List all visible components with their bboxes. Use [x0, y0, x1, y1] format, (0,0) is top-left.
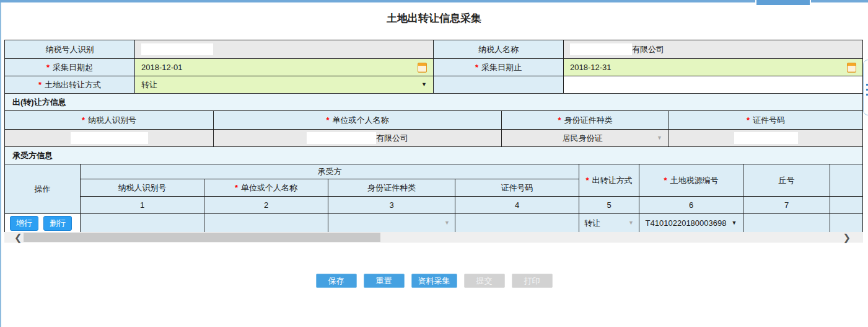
reset-button[interactable]: 重置 — [364, 274, 405, 288]
transferor-header-id: *纳税人识别号 — [5, 111, 214, 130]
row-mode-select: 转让 ▼ — [579, 214, 639, 233]
col-number: 7 — [743, 197, 830, 214]
chevron-down-icon: ▼ — [628, 220, 634, 226]
transferee-header-grid: 操作 承受方 *出转让方式 *土地税源编号 丘号 纳税人识别号 *单位或个人名称… — [5, 164, 863, 214]
op-column-header: 操作 — [5, 164, 81, 214]
date-end-label: * 采集日期止 — [434, 59, 564, 76]
redacted-transferor-idno — [734, 132, 798, 144]
transferee-data-row: 增行 删行 ▼ 转让 ▼ T41010220180003698 ▼ — [5, 214, 863, 233]
add-row-button[interactable]: 增行 — [10, 216, 38, 231]
taxpayer-name-suffix: 有限公司 — [632, 44, 664, 55]
transferor-header-idtype: *身份证件种类 — [502, 111, 669, 130]
col-number: 2 — [204, 197, 328, 214]
transferor-idtype-select: 居民身份证 ▼ — [502, 130, 669, 147]
form-area: 纳税号人识别 纳税人名称 有限公司 * 采集日期起 2018-12-01 * 采… — [4, 40, 863, 233]
row-name-input[interactable] — [204, 214, 328, 233]
scrollbar-thumb[interactable] — [24, 233, 380, 242]
taxpayer-name-field: 有限公司 — [564, 40, 863, 59]
topbar-tab — [755, 0, 811, 5]
row-plot-no-input[interactable] — [743, 214, 830, 233]
top-accent-bar — [0, 0, 868, 2]
taxpayer-id-field — [135, 40, 434, 59]
col-number: 5 — [579, 197, 639, 214]
sub-header-idno: 证件号码 — [455, 179, 579, 197]
form-row-taxpayer: 纳税号人识别 纳税人名称 有限公司 — [5, 40, 863, 59]
transfer-mode-select[interactable]: 转让 ▼ — [135, 76, 434, 94]
chevron-down-icon[interactable]: ▼ — [731, 220, 737, 226]
transferor-idno-field — [669, 130, 863, 147]
transferor-header-idno: *证件号码 — [669, 111, 863, 130]
sub-header-id: 纳税人识别号 — [81, 179, 204, 197]
chevron-down-icon[interactable]: ▼ — [421, 82, 427, 87]
form-row-mode: * 土地出转让方式 转让 ▼ — [5, 76, 863, 94]
row-idtype-select: ▼ — [328, 214, 455, 233]
transferor-name-field: 有限公司 — [214, 130, 502, 147]
col-number: 1 — [81, 197, 204, 214]
transferor-header-row: *纳税人识别号 *单位或个人名称 *身份证件种类 *证件号码 — [5, 111, 863, 130]
row-tax-source-select[interactable]: T41010220180003698 ▼ — [639, 214, 743, 233]
chevron-down-icon: ▼ — [444, 220, 450, 226]
col6-header: *土地税源编号 — [639, 164, 743, 197]
row-op-cell: 增行 删行 — [5, 214, 81, 233]
sub-header-name: *单位或个人名称 — [204, 179, 328, 197]
transfer-mode-label: * 土地出转让方式 — [5, 76, 135, 94]
sub-header-idtype: 身份证件种类 — [328, 179, 455, 197]
side-floating-widget[interactable] — [863, 60, 868, 115]
col-number: 6 — [639, 197, 743, 214]
redacted-transferor-name — [307, 132, 376, 144]
empty-value-cell — [564, 76, 863, 94]
scroll-right-arrow[interactable]: ❯ — [843, 232, 851, 243]
col8-header-partial — [830, 164, 863, 197]
redacted-transferor-id — [71, 132, 148, 144]
calendar-icon[interactable] — [418, 63, 427, 73]
col-number: 3 — [328, 197, 455, 214]
col7-header: 丘号 — [743, 164, 830, 197]
col-number: 4 — [455, 197, 579, 214]
transferor-name-suffix: 有限公司 — [376, 133, 408, 144]
form-row-dates: * 采集日期起 2018-12-01 * 采集日期止 2018-12-31 — [5, 59, 863, 76]
horizontal-scrollbar[interactable]: ❮ ❯ — [4, 232, 863, 243]
calendar-icon[interactable] — [847, 63, 856, 73]
submit-button: 提交 — [464, 274, 505, 288]
row-taxpayer-id-input[interactable] — [81, 214, 204, 233]
row-idno-field — [455, 214, 579, 233]
action-button-row: 保存 重置 资料采集 提交 打印 — [0, 274, 868, 288]
col-number-empty — [830, 197, 863, 214]
print-button: 打印 — [512, 274, 553, 288]
taxpayer-id-label: 纳税号人识别 — [5, 40, 135, 59]
collect-button[interactable]: 资料采集 — [411, 274, 457, 288]
row-col8-input-partial[interactable] — [830, 214, 863, 233]
date-start-label: * 采集日期起 — [5, 59, 135, 76]
delete-row-button[interactable]: 删行 — [43, 216, 72, 231]
empty-label-cell — [434, 76, 564, 94]
col5-header: *出转让方式 — [579, 164, 639, 197]
transferor-id-field — [5, 130, 214, 147]
redacted-taxpayer-name — [570, 43, 632, 55]
transferee-section-title: 承受方信息 — [5, 147, 863, 164]
date-end-input[interactable]: 2018-12-31 — [564, 59, 863, 76]
page-title: 土地出转让信息采集 — [0, 11, 868, 25]
scroll-left-arrow[interactable]: ❮ — [14, 232, 22, 243]
date-start-input[interactable]: 2018-12-01 — [135, 59, 434, 76]
transferor-value-row: 有限公司 居民身份证 ▼ — [5, 130, 863, 147]
transferor-section-title: 出(转)让方信息 — [5, 94, 863, 111]
taxpayer-name-label: 纳税人名称 — [434, 40, 564, 59]
transferee-group-header: 承受方 — [81, 164, 579, 179]
transferor-header-name: *单位或个人名称 — [214, 111, 502, 130]
chevron-down-icon: ▼ — [657, 135, 662, 141]
save-button[interactable]: 保存 — [316, 274, 357, 288]
redacted-taxpayer-id — [141, 43, 213, 55]
